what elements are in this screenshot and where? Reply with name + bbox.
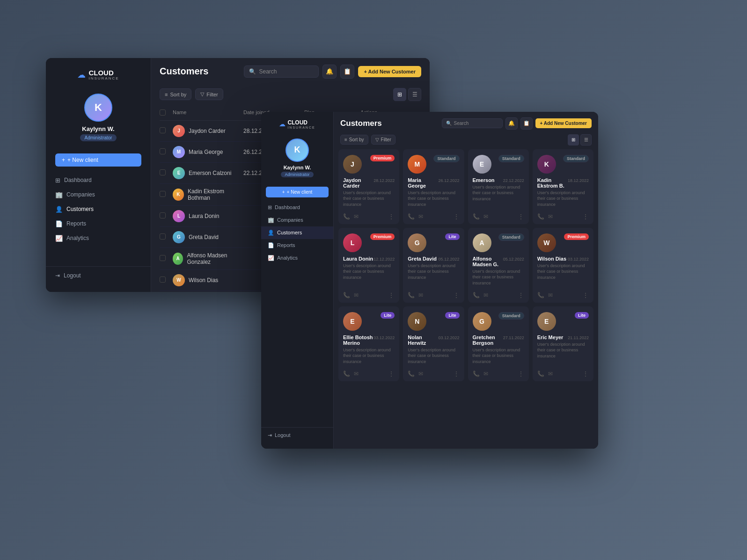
name-cell: G Greta David (173, 231, 243, 243)
export2-button[interactable]: 📋 (520, 117, 533, 130)
sort2-button[interactable]: ≡ Sort by (340, 135, 368, 145)
customer-card[interactable]: M Standard Maria George 26.12.2022 User'… (403, 149, 464, 224)
list-view2-button[interactable]: ☰ (580, 134, 592, 145)
card-more-button[interactable]: ⋮ (388, 213, 395, 220)
card-date: 26.12.2022 (438, 178, 459, 183)
filter-icon: ▽ (200, 91, 204, 97)
row-checkbox[interactable] (160, 276, 173, 284)
customer-card[interactable]: W Premium Wilson Dias 03.12.2022 User's … (533, 228, 593, 303)
card-phone-icon[interactable]: 📞 (343, 292, 350, 298)
card-phone-icon[interactable]: 📞 (473, 371, 480, 377)
card-more-button[interactable]: ⋮ (453, 213, 460, 220)
toolbar2-left: ≡ Sort by ▽ Filter (340, 135, 395, 145)
card-more-button[interactable]: ⋮ (518, 370, 524, 378)
customer-card[interactable]: K Standard Kadin Ekstrom B. 18.12.2022 U… (533, 149, 593, 224)
customer-card[interactable]: L Premium Laura Donin 12.12.2022 User's … (338, 228, 399, 303)
card-more-button[interactable]: ⋮ (453, 370, 460, 378)
card-email-icon[interactable]: ✉ (548, 292, 553, 298)
card-more-button[interactable]: ⋮ (453, 291, 460, 299)
card-more-button[interactable]: ⋮ (582, 213, 589, 220)
avatar: K (84, 94, 112, 122)
customer-card[interactable]: A Standard Alfonso Madsen G. 05.12.2022 … (468, 228, 529, 303)
sidebar2-item-customers[interactable]: 👤 Customers (261, 226, 333, 239)
card-email-icon[interactable]: ✉ (548, 371, 553, 377)
card-email-icon[interactable]: ✉ (418, 292, 423, 298)
card-more-button[interactable]: ⋮ (388, 291, 395, 299)
card-email-icon[interactable]: ✉ (483, 213, 488, 220)
customer-card[interactable]: G Lite Greta David 05.12.2022 User's des… (403, 228, 464, 303)
card-email-icon[interactable]: ✉ (483, 292, 488, 298)
sidebar-item-analytics[interactable]: 📈 Analytics (46, 231, 151, 246)
new-client2-button[interactable]: + + New client (266, 187, 329, 197)
card-phone-icon[interactable]: 📞 (537, 371, 544, 377)
card-more-button[interactable]: ⋮ (518, 291, 524, 299)
notifications2-button[interactable]: 🔔 (505, 117, 518, 130)
card-email-icon[interactable]: ✉ (354, 213, 359, 220)
card-phone-icon[interactable]: 📞 (408, 213, 415, 220)
export-button[interactable]: 📋 (340, 65, 354, 79)
customer-card[interactable]: E Lite Ellie Botosh Merino 03.12.2022 Us… (338, 306, 399, 381)
card-email-icon[interactable]: ✉ (418, 371, 423, 377)
row-checkbox[interactable] (160, 255, 173, 262)
row-checkbox[interactable] (160, 233, 173, 241)
card-email-icon[interactable]: ✉ (483, 371, 488, 377)
card-phone-icon[interactable]: 📞 (408, 292, 415, 298)
sidebar-item-companies[interactable]: 🏢 Companies (46, 188, 151, 202)
card-name-row: Maria George 26.12.2022 (408, 177, 459, 189)
sort-button[interactable]: ≡ Sort by (160, 88, 191, 100)
card-email-icon[interactable]: ✉ (354, 292, 359, 298)
card-more-button[interactable]: ⋮ (518, 213, 524, 220)
sidebar2-item-reports[interactable]: 📄 Reports (261, 239, 333, 252)
row-checkbox[interactable] (160, 169, 173, 177)
row-checkbox[interactable] (160, 191, 173, 198)
list-view-button[interactable]: ☰ (408, 88, 421, 101)
card-more-button[interactable]: ⋮ (582, 370, 589, 378)
filter-button[interactable]: ▽ Filter (195, 88, 223, 100)
row-checkbox[interactable] (160, 127, 173, 135)
card-phone-icon[interactable]: 📞 (343, 213, 350, 220)
notifications-button[interactable]: 🔔 (322, 65, 337, 79)
filter2-button[interactable]: ▽ Filter (371, 135, 395, 145)
admin-badge: Administrator (80, 134, 117, 141)
grid-view-button[interactable]: ⊞ (393, 88, 406, 101)
new-client-button[interactable]: + + New client (55, 153, 141, 167)
add-new-customer2-button[interactable]: + Add New Customer (535, 118, 592, 128)
customer-card[interactable]: E Lite Eric Meyer 21.11.2022 User's desc… (533, 306, 593, 381)
avatar2: K (286, 138, 309, 162)
sidebar2-item-dashboard[interactable]: ⊞ Dashboard (261, 201, 333, 214)
card-phone-icon[interactable]: 📞 (473, 292, 480, 298)
search-box2[interactable]: 🔍 Search (442, 118, 503, 128)
row-name: Maria George (189, 149, 223, 155)
card-phone-icon[interactable]: 📞 (473, 213, 480, 220)
sidebar-item-dashboard[interactable]: ⊞ Dashboard (46, 173, 151, 188)
row-checkbox[interactable] (160, 148, 173, 156)
customer-card[interactable]: E Standard Emerson 22.12.2022 User's des… (468, 149, 529, 224)
card-more-button[interactable]: ⋮ (582, 291, 589, 299)
customer-card[interactable]: N Lite Nolan Herwitz 03.12.2022 User's d… (403, 306, 464, 381)
card-email-icon[interactable]: ✉ (418, 213, 423, 220)
customer-card[interactable]: G Standard Gretchen Bergson 27.11.2022 U… (468, 306, 529, 381)
row-checkbox[interactable] (160, 212, 173, 220)
sidebar-item-customers[interactable]: 👤 Customers (46, 202, 151, 217)
page-title: Customers (160, 66, 208, 77)
sidebar2-item-analytics[interactable]: 📈 Analytics (261, 252, 333, 264)
sidebar-item-reports[interactable]: 📄 Reports (46, 217, 151, 231)
sidebar2-item-companies[interactable]: 🏢 Companies (261, 214, 333, 226)
card-actions: 📞 ✉ ⋮ (473, 370, 524, 378)
select-all-check[interactable] (160, 109, 173, 116)
card-email-icon[interactable]: ✉ (548, 213, 553, 220)
card-phone-icon[interactable]: 📞 (408, 371, 415, 377)
search-box[interactable]: 🔍 Search (244, 65, 319, 78)
logout2-button[interactable]: ⇥ Logout (261, 427, 333, 443)
card-phone-icon[interactable]: 📞 (537, 213, 544, 220)
customer-card[interactable]: J Premium Jaydon Carder 28.12.2022 User'… (338, 149, 399, 224)
card-more-button[interactable]: ⋮ (388, 370, 395, 378)
card-email-icon[interactable]: ✉ (354, 371, 359, 377)
grid-view2-button[interactable]: ⊞ (568, 134, 579, 145)
logout-button[interactable]: ⇥ Logout (46, 266, 151, 284)
card-phone-icon[interactable]: 📞 (343, 371, 350, 377)
avatar2-area: K Kaylynn W. Administrator (261, 135, 333, 183)
card-phone-icon[interactable]: 📞 (537, 292, 544, 298)
card-actions: 📞 ✉ ⋮ (343, 213, 395, 220)
add-new-customer-button[interactable]: + Add New Customer (358, 66, 421, 77)
